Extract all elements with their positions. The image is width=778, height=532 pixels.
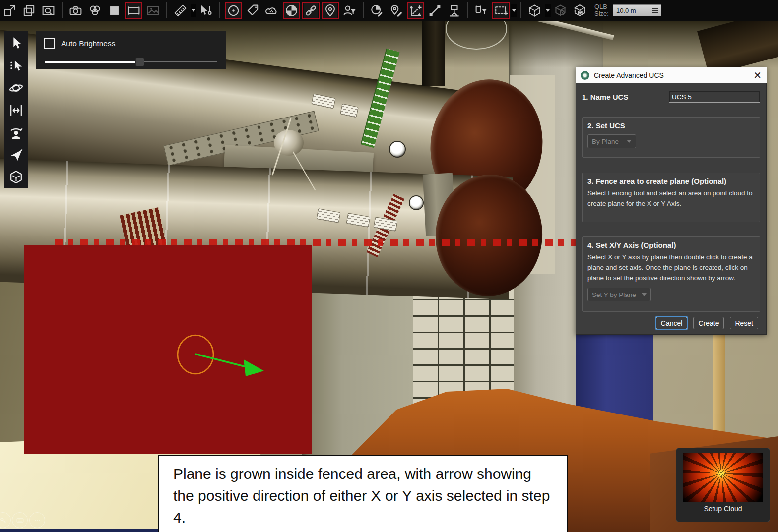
toolbar-divider [166,2,167,18]
more-options-icon[interactable] [29,512,45,528]
ruler-dropdown-icon[interactable] [191,4,196,17]
plain-view-icon[interactable] [107,3,122,18]
image-view-icon[interactable] [146,3,160,18]
fence-area-group: 3. Fence area to create plane (Optional)… [582,173,760,222]
user-filter-icon[interactable] [342,3,357,18]
toolbar-divider [520,2,521,18]
auto-brightness-panel: Auto Brightness [36,31,226,69]
brightness-slider-fill [45,61,139,63]
dialog-buttons: Cancel Create Reset [582,317,760,329]
extract-area-icon[interactable] [2,3,17,18]
look-around-icon[interactable] [8,125,24,140]
ceiling-beam [422,21,445,86]
dialog-body: 1. Name UCS 2. Set UCS By Plane 3. Fence… [576,83,767,335]
panorama-view-icon[interactable] [127,3,141,18]
toolbar-divider [363,2,364,18]
set-axis-label: 4. Set X/Y Axis (Optional) [587,241,755,249]
metal-bell [274,130,304,156]
view-cube-model-icon[interactable] [573,3,587,18]
close-icon[interactable]: ✕ [753,70,762,80]
pick-temperature-icon[interactable] [199,3,213,18]
stepper-icon[interactable] [652,8,658,13]
create-ucs-icon[interactable] [408,3,423,18]
name-ucs-label: 1. Name UCS [582,93,628,101]
edit-quadrant-icon[interactable] [370,3,384,18]
axis-arrow-head [244,359,264,376]
view-tools-sidebar [4,31,28,188]
axis-arrow-shaft [195,354,248,367]
set-ucs-label: 2. Set UCS [587,121,755,130]
view-cube-visibility-icon[interactable] [553,3,568,18]
fly-icon[interactable] [8,147,24,163]
fenced-plane [24,245,312,454]
qlb-size-label: QLBSize: [594,3,609,17]
annotation-caption: Plane is grown inside fenced area, with … [158,455,568,532]
toolbar-divider [62,2,63,18]
toolbar-divider [219,2,220,18]
bottom-strip [0,529,158,532]
view-cube-axes-icon[interactable] [8,170,24,185]
snapshot-camera-icon[interactable] [68,3,83,18]
auto-brightness-checkbox[interactable] [44,38,55,49]
set-ucs-group: 2. Set UCS By Plane [582,117,760,158]
zoom-window-icon[interactable] [41,3,56,18]
orbit-icon[interactable] [8,80,24,96]
measure-ruler-icon[interactable] [173,3,188,18]
auto-brightness-label: Auto Brightness [61,39,115,48]
create-advanced-ucs-dialog: Create Advanced UCS ✕ 1. Name UCS 2. Set… [576,67,767,335]
brightness-slider-track [139,61,217,62]
set-axis-group: 4. Set X/Y Axis (Optional) Select X or Y… [582,236,760,312]
toolbar-divider [467,2,468,18]
add-quadrant-icon[interactable] [284,3,299,18]
add-link-icon[interactable] [304,3,318,18]
cancel-button[interactable]: Cancel [656,317,688,329]
pointcloud-viewport[interactable]: Auto Brightness Plane is grown inside fe… [0,21,778,532]
setup-cloud-tile[interactable]: Setup Cloud [676,448,770,522]
setup-cloud-label: Setup Cloud [676,505,770,513]
qlb-size-value[interactable]: 10.0 m [613,4,661,16]
chevron-down-icon [642,293,647,296]
add-tag-icon[interactable] [246,3,260,18]
add-point-cloud-icon[interactable] [265,3,279,18]
view-cube-icon[interactable] [527,3,542,18]
project-screen-icon[interactable] [447,3,461,18]
top-toolbar: QLBSize: 10.0 m [0,0,778,21]
dialog-title: Create Advanced UCS [594,71,664,79]
set-axis-dropdown[interactable]: Set Y by Plane [587,288,651,301]
setup-cloud-thumbnail[interactable] [683,453,763,502]
ucs-name-input[interactable] [669,91,760,103]
add-target-icon[interactable] [226,3,241,18]
ucs-dialog-icon [581,71,589,80]
brightness-slider-thumb[interactable] [135,58,144,66]
reset-button[interactable]: Reset [730,317,758,329]
dialog-titlebar[interactable]: Create Advanced UCS ✕ [576,67,767,83]
select-points-icon[interactable] [8,58,24,73]
add-geotag-icon[interactable] [323,3,337,18]
view-cube-dropdown-icon[interactable] [545,4,551,17]
select-cursor-icon[interactable] [8,36,24,51]
fence-selection-icon[interactable] [494,3,508,18]
fence-dropdown-icon[interactable] [511,4,517,17]
fence-area-label: 3. Fence area to create plane (Optional) [587,177,755,185]
multi-view-icon[interactable] [88,3,102,18]
fence-area-description: Select Fencing tool and select an area o… [587,188,755,209]
set-ucs-dropdown[interactable]: By Plane [587,134,636,148]
create-button[interactable]: Create [693,317,724,329]
edit-geotag-icon[interactable] [389,3,403,18]
pan-constrained-icon[interactable] [8,103,24,118]
measure-distance-icon[interactable] [428,3,442,18]
pano-filter-icon[interactable] [474,3,489,18]
brightness-slider[interactable] [45,58,217,65]
pressure-gauge [410,196,423,209]
arrange-windows-icon[interactable] [22,3,36,18]
keyboard-icon[interactable] [12,512,28,528]
pressure-gauge [390,142,405,157]
chevron-down-icon [627,140,632,143]
set-axis-description: Select X or Y axis by plane then double … [587,252,755,283]
